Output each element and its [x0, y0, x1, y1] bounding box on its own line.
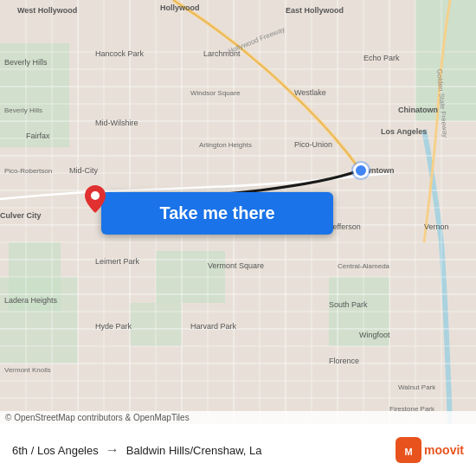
svg-text:Vernon: Vernon: [424, 222, 449, 231]
svg-text:Central-Alameda: Central-Alameda: [338, 262, 390, 270]
map-container: West Hollywood Hollywood East Hollywood …: [0, 0, 476, 424]
svg-text:Arlington Heights: Arlington Heights: [199, 141, 252, 149]
svg-text:Westlake: Westlake: [294, 88, 326, 97]
svg-text:Beverly Hills: Beverly Hills: [4, 58, 48, 67]
destination-pin: [85, 185, 106, 213]
svg-text:Fairfax: Fairfax: [26, 132, 50, 140]
from-label: 6th / Los Angeles: [12, 444, 99, 457]
svg-text:Walnut Park: Walnut Park: [398, 383, 436, 391]
svg-text:Hancock Park: Hancock Park: [95, 49, 145, 58]
attribution-text: © OpenStreetMap contributors & OpenMapTi…: [5, 413, 190, 422]
svg-text:Jefferson: Jefferson: [329, 222, 361, 231]
svg-text:Los Angeles: Los Angeles: [381, 127, 427, 136]
svg-point-84: [91, 191, 100, 200]
svg-text:Wingfoot: Wingfoot: [359, 331, 390, 339]
svg-text:Florence: Florence: [329, 357, 359, 365]
svg-text:Culver City: Culver City: [0, 211, 42, 220]
svg-text:Hyde Park: Hyde Park: [95, 322, 132, 331]
to-label: Baldwin Hills/Crenshaw, La: [126, 444, 262, 457]
moovit-text: moovit: [424, 443, 464, 457]
svg-text:Pico-Robertson: Pico-Robertson: [4, 167, 52, 175]
bottom-bar: 6th / Los Angeles → Baldwin Hills/Crensh…: [0, 424, 476, 476]
svg-text:Mid-City: Mid-City: [69, 166, 98, 175]
svg-text:Echo Park: Echo Park: [363, 54, 400, 62]
svg-text:Vermont Square: Vermont Square: [208, 261, 264, 270]
svg-text:Harvard Park: Harvard Park: [190, 322, 237, 331]
svg-text:Pico-Union: Pico-Union: [294, 140, 332, 149]
svg-text:West Hollywood: West Hollywood: [17, 6, 77, 15]
svg-text:Ladera Heights: Ladera Heights: [4, 296, 58, 305]
svg-text:Beverly Hills: Beverly Hills: [4, 106, 42, 114]
moovit-logo: M moovit: [396, 437, 464, 463]
take-me-there-button[interactable]: Take me there: [101, 192, 333, 235]
map-attribution: © OpenStreetMap contributors & OpenMapTi…: [0, 411, 476, 424]
current-location-dot: [353, 163, 369, 178]
moovit-logo-icon: M: [396, 437, 421, 463]
svg-text:Leimert Park: Leimert Park: [95, 257, 140, 266]
svg-text:M: M: [405, 447, 413, 457]
svg-text:Vermont Knolls: Vermont Knolls: [4, 366, 51, 374]
svg-text:Windsor Square: Windsor Square: [190, 89, 241, 97]
arrow-icon: →: [106, 442, 119, 458]
svg-text:Chinatown: Chinatown: [398, 106, 438, 114]
svg-text:Mid-Wilshire: Mid-Wilshire: [95, 119, 138, 127]
svg-text:East Hollywood: East Hollywood: [286, 6, 344, 15]
svg-rect-6: [0, 277, 78, 363]
svg-text:Hollywood: Hollywood: [160, 3, 200, 12]
svg-text:South Park: South Park: [329, 300, 368, 309]
